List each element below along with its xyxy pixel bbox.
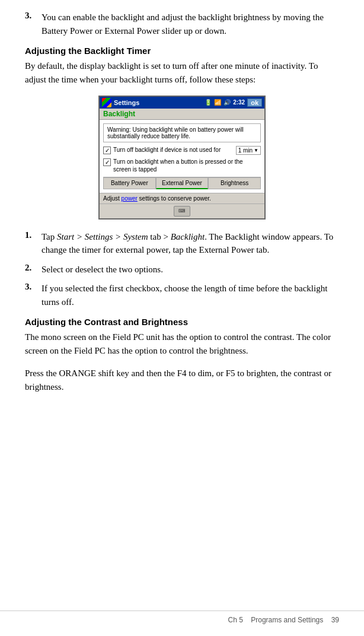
device-screenshot: Settings 🔋 📶 🔊 2:32 ok Backlight Warning… (98, 96, 266, 220)
checkbox1[interactable] (103, 147, 111, 154)
intro-step-number: 3. (25, 11, 41, 37)
numbered-steps: 1. Tap Start > Settings > System tab > B… (25, 230, 339, 309)
intro-step: 3. You can enable the backlight and adju… (25, 11, 339, 37)
titlebar-title: Settings (114, 99, 139, 106)
footer-chapter: Ch 5 (228, 616, 243, 624)
footer-section: Programs and Settings (251, 616, 323, 624)
dropdown-value: 1 min (238, 147, 253, 154)
step3-text: If you selected the first checkbox, choo… (41, 282, 339, 309)
section1-heading: Adjusting the Backlight Timer (25, 46, 339, 56)
device-titlebar: Settings 🔋 📶 🔊 2:32 ok (100, 97, 264, 109)
page-footer: Ch 5 Programs and Settings 39 (0, 610, 364, 624)
intro-step-text: You can enable the backlight and adjust … (41, 11, 339, 37)
footer-spacer (323, 616, 331, 624)
device-bottom-bar: Adjust power settings to conserve power. (100, 193, 264, 203)
step1: 1. Tap Start > Settings > System tab > B… (25, 230, 339, 257)
chevron-down-icon: ▼ (254, 148, 258, 153)
device-tab-heading: Backlight (100, 109, 264, 120)
keyboard-bar: ⌨ (100, 203, 264, 218)
power-link[interactable]: power (122, 195, 138, 202)
step1-text: Tap Start > Settings > System tab > Back… (41, 230, 339, 257)
section2-body1: The mono screen on the Field PC unit has… (25, 330, 339, 358)
section2-heading: Adjusting the Contrast and Brightness (25, 317, 339, 327)
checkbox2-label: Turn on backlight when a button is press… (113, 158, 261, 173)
step2: 2. Select or deselect the two options. (25, 263, 339, 276)
step3-number: 3. (25, 282, 41, 309)
checkbox1-label: Turn off backlight if device is not used… (113, 146, 234, 154)
checkbox1-content: Turn off backlight if device is not used… (113, 146, 261, 155)
section1-body: By default, the display backlight is set… (25, 59, 339, 87)
tab-battery-label: Battery Power (111, 180, 148, 186)
titlebar-right: 🔋 📶 🔊 2:32 ok (205, 98, 262, 107)
device-tabs: Battery Power External Power Brightness (103, 177, 261, 189)
page-content: 3. You can enable the backlight and adju… (0, 0, 364, 438)
footer-separator (243, 616, 251, 624)
step1-number: 1. (25, 230, 41, 257)
section2-body2: Press the ORANGE shift key and then the … (25, 367, 339, 395)
keyboard-icon[interactable]: ⌨ (174, 206, 190, 217)
tab-brightness[interactable]: Brightness (208, 177, 261, 189)
checkbox2-row: Turn on backlight when a button is press… (103, 158, 261, 173)
battery-icon: 🔋 (205, 99, 212, 106)
bottom-text-before: Adjust (103, 195, 122, 202)
device-warning-text: Warning: Using backlight while on batter… (103, 123, 261, 142)
step2-number: 2. (25, 263, 41, 276)
checkbox1-row: Turn off backlight if device is not used… (103, 146, 261, 155)
checkbox2[interactable] (103, 158, 111, 166)
tab-external-label: External Power (162, 180, 202, 186)
keyboard-symbol: ⌨ (178, 208, 186, 214)
step2-text: Select or deselect the two options. (41, 263, 339, 276)
tab-external-power[interactable]: External Power (156, 177, 209, 189)
dropdown-1min[interactable]: 1 min ▼ (236, 146, 261, 155)
step3: 3. If you selected the first checkbox, c… (25, 282, 339, 309)
windows-logo-icon (102, 98, 111, 107)
titlebar-time: 2:32 (233, 99, 245, 106)
footer-page: 39 (331, 616, 339, 624)
bottom-text-after: settings to conserve power. (138, 195, 211, 202)
signal-icon: 📶 (214, 99, 221, 106)
device-body: Warning: Using backlight while on batter… (100, 120, 264, 193)
step1-italic2: Backlight (171, 232, 205, 241)
step1-italic1: Start > Settings > System (57, 232, 148, 241)
ok-button[interactable]: ok (247, 98, 262, 107)
tab-brightness-label: Brightness (221, 180, 248, 186)
tab-battery-power[interactable]: Battery Power (103, 177, 156, 189)
volume-icon: 🔊 (223, 99, 231, 106)
titlebar-left: Settings (102, 98, 139, 107)
